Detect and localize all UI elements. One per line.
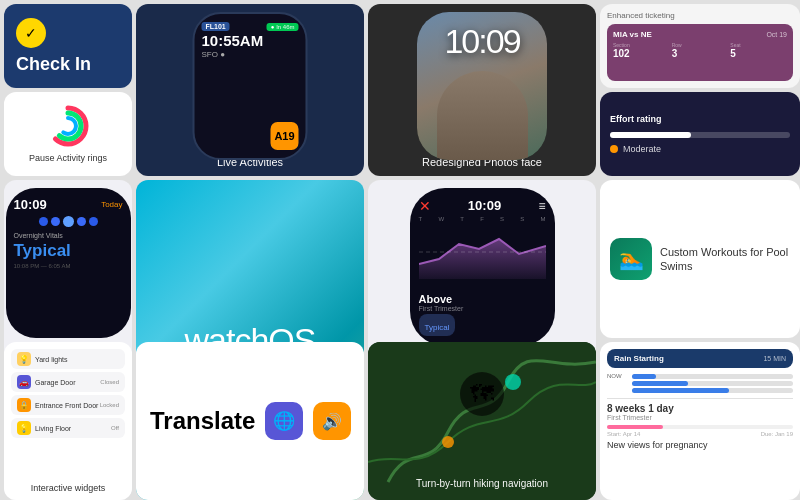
pregnancy-trimester: First Trimester — [607, 414, 793, 421]
pregnancy-start: Start: Apr 14 — [607, 431, 640, 437]
pregnancy-rain-cell: Rain Starting 15 MIN NOW 8 weeks 1 day F… — [600, 342, 800, 500]
widget-yard-lights: 💡 Yard lights — [11, 349, 125, 369]
custom-workouts-cell: 🏊 Custom Workouts for Pool Swims — [600, 180, 800, 338]
translate-text: Translate — [150, 407, 255, 435]
effort-level: Moderate — [623, 144, 661, 154]
section-value: 102 — [613, 48, 670, 59]
effort-bar — [610, 132, 790, 138]
watch-vitals: 10:09 Today Overnight Vitals Typical 10:… — [6, 188, 131, 338]
ticket-game: MIA vs NE — [613, 30, 652, 39]
pause-activity-cell: Pause Activity rings — [4, 92, 132, 176]
vitals-time: 10:09 — [14, 197, 47, 212]
flight-status: ● In 46m — [267, 23, 299, 31]
watch-photos-face: 10:09 — [417, 12, 547, 160]
pause-label: Pause Activity rings — [29, 153, 107, 164]
effort-title: Effort rating — [610, 114, 790, 124]
row-value: 3 — [672, 48, 729, 59]
ticketing-cell: Enhanced ticketing MIA vs NE Oct 19 Sect… — [600, 4, 800, 88]
watch-training: ✕ 10:09 ≡ T W T F S S M — [410, 188, 555, 346]
svg-point-6 — [505, 374, 521, 390]
training-above: Above — [419, 293, 546, 305]
rain-card: Rain Starting 15 MIN — [607, 349, 793, 368]
watch-live-activities: FL101 ● In 46m 10:55AM SFO ● A19 — [193, 12, 308, 160]
row-detail: Row 3 — [672, 42, 729, 59]
svg-point-2 — [60, 118, 76, 134]
rain-bars: NOW — [607, 371, 793, 395]
ticket-card: MIA vs NE Oct 19 Section 102 Row 3 Seat … — [607, 24, 793, 81]
rain-timer: 15 MIN — [763, 355, 786, 362]
hiking-label: Turn-by-turn hiking navigation — [416, 477, 548, 490]
checkin-title: Check In — [16, 54, 91, 75]
watch-destination: A19 — [271, 122, 299, 150]
interactive-widgets-cell: 💡 Yard lights 🚗 Garage Door Closed 🔒 Ent… — [4, 342, 132, 500]
vitals-today: Today — [101, 200, 122, 209]
seat-value: 5 — [730, 48, 787, 59]
interactive-label: Interactive widgets — [11, 480, 125, 493]
live-activities-cell: FL101 ● In 46m 10:55AM SFO ● A19 Live Ac… — [136, 4, 364, 176]
vitals-section: Overnight Vitals — [14, 232, 123, 239]
training-subtitle: First Trimester — [419, 305, 546, 312]
svg-point-7 — [442, 436, 454, 448]
widget-garage: 🚗 Garage Door Closed — [11, 372, 125, 392]
widgets-list: 💡 Yard lights 🚗 Garage Door Closed 🔒 Ent… — [11, 349, 125, 480]
training-time: 10:09 — [468, 198, 501, 213]
photos-time: 10:09 — [444, 22, 519, 61]
pregnancy-footer: New views for pregnancy — [607, 440, 793, 450]
photos-face-cell: 10:09 Redesigned Photos face — [368, 4, 596, 176]
widget-living: 💡 Living Floor Off — [11, 418, 125, 438]
activity-rings — [47, 105, 89, 147]
translate-speak-icon: 🔊 — [313, 402, 351, 440]
training-typical: Typical — [425, 323, 450, 332]
rain-title: Rain Starting — [614, 354, 664, 363]
checkin-icon: ✓ — [16, 18, 46, 48]
translate-icon: 🌐 — [265, 402, 303, 440]
widget-entrance: 🔒 Entrance Front Door Locked — [11, 395, 125, 415]
hiking-cell: 🗺 Turn-by-turn hiking navigation — [368, 342, 596, 500]
pregnancy-card: 8 weeks 1 day First Trimester Start: Apr… — [607, 398, 793, 450]
ticket-date: Oct 19 — [766, 31, 787, 38]
custom-workouts-label: Custom Workouts for Pool Swims — [660, 245, 790, 274]
effort-indicator: Moderate — [610, 144, 790, 154]
vitals-time-range: 10:08 PM — 6:05 AM — [14, 263, 123, 269]
pregnancy-due: Due: Jan 19 — [761, 431, 793, 437]
swim-icon: 🏊 — [610, 238, 652, 280]
training-chart — [419, 224, 546, 293]
watch-airport: SFO ● — [202, 50, 299, 59]
rain-now-label: NOW — [607, 373, 629, 379]
effort-cell: Effort rating Moderate — [600, 92, 800, 176]
watch-time: 10:55AM — [202, 33, 299, 50]
maps-icon: 🗺 — [460, 372, 504, 416]
seat-detail: Seat 5 — [730, 42, 787, 59]
vitals-status: Typical — [14, 241, 123, 261]
flight-badge: FL101 — [202, 22, 230, 31]
pregnancy-weeks: 8 weeks 1 day — [607, 403, 674, 414]
checkin-cell: ✓ Check In — [4, 4, 132, 88]
section-detail: Section 102 — [613, 42, 670, 59]
ticketing-header: Enhanced ticketing — [607, 11, 793, 20]
translate-cell: Translate 🌐 🔊 — [136, 342, 364, 500]
